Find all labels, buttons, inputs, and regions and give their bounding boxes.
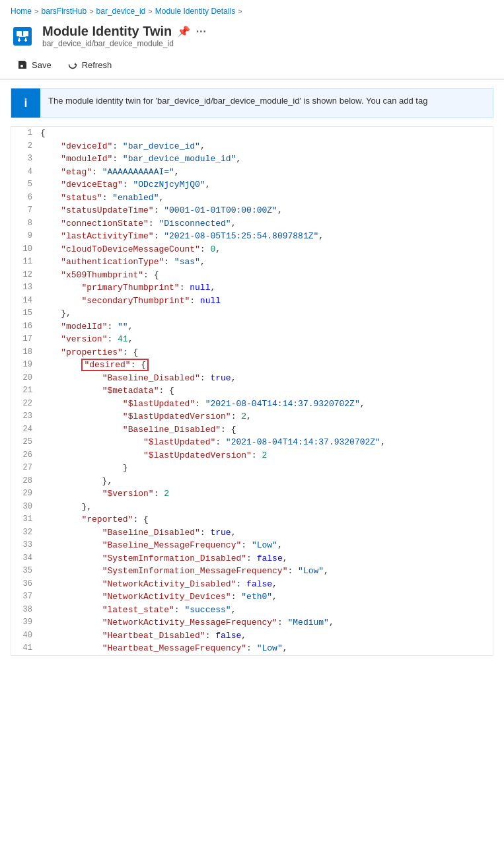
- line-content: "$metadata": {: [38, 384, 493, 398]
- more-options-icon[interactable]: ⋯: [196, 25, 206, 38]
- breadcrumb-sep-4: >: [238, 7, 242, 15]
- line-number: 5: [11, 178, 38, 190]
- save-icon: [17, 59, 28, 70]
- line-number: 18: [11, 346, 38, 358]
- line-content: "Baseline_Disabled": {: [38, 423, 493, 437]
- line-content: "Heartbeat_MessageFrequency": "Low",: [38, 642, 493, 655]
- line-number: 36: [11, 578, 38, 590]
- code-line-21: 21 "$metadata": {: [11, 384, 493, 398]
- code-line-41: 41 "Heartbeat_MessageFrequency": "Low",: [11, 642, 493, 655]
- breadcrumb-sep-1: >: [34, 7, 38, 15]
- code-line-29: 29 "$version": 2: [11, 487, 493, 501]
- line-content: "deviceId": "bar_device_id",: [38, 140, 493, 153]
- code-line-40: 40 "Heartbeat_Disabled": false,: [11, 629, 493, 643]
- breadcrumb-home[interactable]: Home: [11, 7, 32, 16]
- line-content: },: [38, 475, 493, 488]
- line-number: 2: [11, 140, 38, 152]
- page-subtitle: bar_device_id/bar_device_module_id: [42, 39, 206, 48]
- line-number: 3: [11, 153, 38, 164]
- code-line-35: 35 "SystemInformation_MessageFrequency":…: [11, 565, 493, 578]
- line-content: "authenticationType": "sas",: [38, 256, 493, 269]
- line-number: 21: [11, 384, 38, 396]
- line-number: 20: [11, 372, 38, 384]
- code-line-5: 5 "deviceEtag": "ODczNjcyMjQ0",: [11, 178, 493, 192]
- line-content: "statusUpdateTime": "0001-01-01T00:00:00…: [38, 204, 493, 217]
- code-line-15: 15 },: [11, 307, 493, 320]
- line-content: "version": 41,: [38, 333, 493, 346]
- line-number: 8: [11, 217, 38, 229]
- line-content: "Baseline_MessageFrequency": "Low",: [38, 539, 493, 552]
- line-content: },: [38, 307, 493, 320]
- line-number: 13: [11, 281, 38, 293]
- code-line-18: 18 "properties": {: [11, 346, 493, 359]
- code-line-20: 20 "Baseline_Disabled": true,: [11, 372, 493, 385]
- line-content: "$lastUpdatedVersion": 2: [38, 449, 493, 462]
- info-banner: i The module identity twin for 'bar_devi…: [11, 88, 493, 118]
- breadcrumb-device[interactable]: bar_device_id: [96, 7, 146, 16]
- code-line-3: 3 "moduleId": "bar_device_module_id",: [11, 153, 493, 166]
- breadcrumb: Home > barsFirstHub > bar_device_id > Mo…: [0, 0, 504, 20]
- code-line-12: 12 "x509Thumbprint": {: [11, 269, 493, 282]
- code-line-28: 28 },: [11, 475, 493, 488]
- line-content: "SystemInformation_MessageFrequency": "L…: [38, 565, 493, 578]
- line-number: 34: [11, 552, 38, 564]
- line-content: {: [38, 127, 493, 140]
- breadcrumb-hub[interactable]: barsFirstHub: [41, 7, 87, 16]
- line-number: 37: [11, 590, 38, 602]
- line-number: 33: [11, 539, 38, 551]
- code-line-13: 13 "primaryThumbprint": null,: [11, 281, 493, 295]
- line-content: "moduleId": "bar_device_module_id",: [38, 153, 493, 166]
- code-line-34: 34 "SystemInformation_Disabled": false,: [11, 552, 493, 565]
- code-line-23: 23 "$lastUpdatedVersion": 2,: [11, 410, 493, 423]
- line-content: "properties": {: [38, 346, 493, 359]
- line-number: 15: [11, 307, 38, 319]
- breadcrumb-sep-3: >: [148, 7, 152, 15]
- code-line-11: 11 "authenticationType": "sas",: [11, 256, 493, 269]
- line-number: 23: [11, 410, 38, 422]
- line-number: 40: [11, 629, 38, 641]
- line-content: "$lastUpdated": "2021-08-04T14:14:37.932…: [38, 436, 493, 449]
- code-line-17: 17 "version": 41,: [11, 333, 493, 346]
- refresh-icon: [67, 59, 78, 70]
- line-content: "reported": {: [38, 513, 493, 526]
- page-header: Module Identity Twin 📌 ⋯ bar_device_id/b…: [0, 20, 504, 51]
- line-number: 1: [11, 127, 38, 139]
- code-line-14: 14 "secondaryThumbprint": null: [11, 295, 493, 308]
- code-line-2: 2 "deviceId": "bar_device_id",: [11, 140, 493, 153]
- code-line-16: 16 "modelId": "",: [11, 320, 493, 334]
- line-number: 24: [11, 423, 38, 435]
- line-content: "NetworkActivity_Devices": "eth0",: [38, 590, 493, 604]
- line-content: }: [38, 462, 493, 475]
- breadcrumb-sep-2: >: [89, 7, 93, 15]
- line-number: 4: [11, 166, 38, 178]
- line-number: 31: [11, 513, 38, 525]
- code-line-38: 38 "latest_state": "success",: [11, 604, 493, 617]
- line-content: "$lastUpdated": "2021-08-04T14:14:37.932…: [38, 398, 493, 411]
- breadcrumb-module-identity[interactable]: Module Identity Details: [155, 7, 235, 16]
- page-title-group: Module Identity Twin 📌 ⋯ bar_device_id/b…: [42, 24, 206, 48]
- line-number: 7: [11, 204, 38, 216]
- line-number: 17: [11, 333, 38, 345]
- line-content: "lastActivityTime": "2021-08-05T15:25:54…: [38, 230, 493, 243]
- info-icon: i: [11, 89, 40, 118]
- line-content: "modelId": "",: [38, 320, 493, 334]
- line-number: 14: [11, 295, 38, 306]
- code-line-27: 27 }: [11, 462, 493, 475]
- svg-rect-2: [23, 31, 28, 36]
- line-number: 28: [11, 475, 38, 487]
- line-content: "Baseline_Disabled": true,: [38, 372, 493, 385]
- line-number: 39: [11, 616, 38, 628]
- refresh-button[interactable]: Refresh: [61, 56, 119, 73]
- line-content: "latest_state": "success",: [38, 604, 493, 617]
- code-line-33: 33 "Baseline_MessageFrequency": "Low",: [11, 539, 493, 552]
- line-number: 26: [11, 449, 38, 461]
- toolbar-divider: [0, 79, 504, 80]
- line-content: "Heartbeat_Disabled": false,: [38, 629, 493, 643]
- code-line-24: 24 "Baseline_Disabled": {: [11, 423, 493, 437]
- line-content: "NetworkActivity_Disabled": false,: [38, 578, 493, 591]
- code-line-37: 37 "NetworkActivity_Devices": "eth0",: [11, 590, 493, 604]
- pin-icon[interactable]: 📌: [177, 25, 190, 38]
- line-content: "connectionState": "Disconnected",: [38, 217, 493, 230]
- code-line-8: 8 "connectionState": "Disconnected",: [11, 217, 493, 230]
- save-button[interactable]: Save: [11, 56, 58, 73]
